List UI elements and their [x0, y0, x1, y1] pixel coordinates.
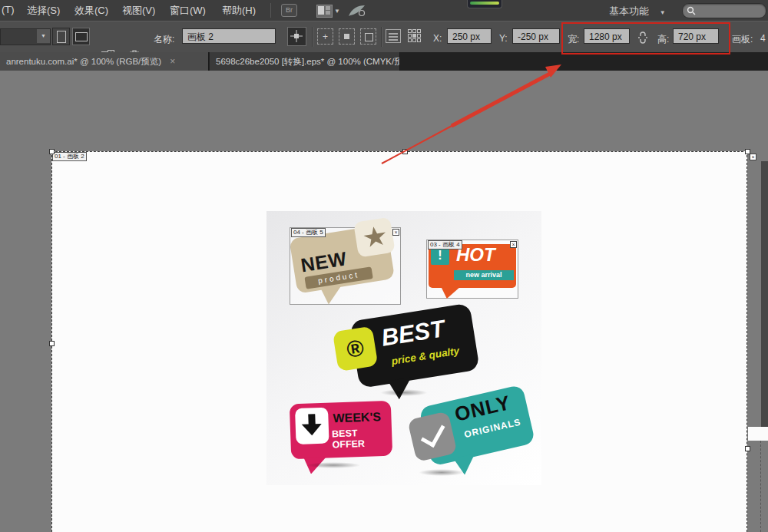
document-tab-bar: anrentuku.com.ai* @ 100% (RGB/预览) × 5698… [0, 52, 768, 71]
landscape-orientation-button[interactable] [72, 28, 90, 45]
artboard-height-input[interactable]: 720 px [673, 28, 719, 44]
artboard-name-tag[interactable]: 01 - 画板 2 [52, 152, 87, 161]
badge-hot: ! HOT new arrival [429, 244, 516, 288]
badge-title: WEEK'S [333, 410, 381, 425]
workspace-label: 基本功能 [609, 5, 649, 17]
menu-item-select[interactable]: 选择(S) [27, 4, 60, 18]
menu-item-window[interactable]: 窗口(W) [170, 4, 206, 18]
close-tab-icon[interactable]: × [170, 56, 175, 67]
document-tab-1-label: anrentuku.com.ai* @ 100% (RGB/预览) [6, 57, 161, 66]
artboard-option-add-button[interactable]: + [317, 28, 333, 45]
artboard-edge-dashed-line [760, 441, 762, 532]
feather-icon [347, 4, 366, 18]
artboard-handle-middle-left[interactable] [49, 341, 55, 346]
check-icon [421, 420, 445, 448]
x-label: X: [433, 33, 442, 44]
artboard-count-label: 画板: [732, 33, 753, 46]
search-icon [687, 6, 696, 15]
registered-mark-icon: ® [333, 326, 378, 372]
artboard-width-input[interactable]: 1280 px [584, 28, 630, 44]
badge-weeks-best-offer: WEEK'S BEST OFFER [290, 401, 392, 460]
artboard-options-icon[interactable] [386, 29, 401, 43]
document-tab-2[interactable]: 5698c26be2050 [转换].eps* @ 100% (CMYK/预览)… [210, 52, 400, 71]
badge-shadow [419, 469, 465, 476]
arrange-documents-caret-icon[interactable]: ▼ [334, 8, 340, 15]
sub-artboard-05-name-tag: 04 - 画板 5 [291, 228, 326, 237]
artboard-control-bar: ▼ + 名称: 画板 2 + [0, 21, 768, 54]
star-icon [362, 225, 388, 249]
artboard-option-center-button[interactable] [339, 28, 355, 45]
artboard-handle-top-right[interactable] [745, 149, 750, 154]
artboard-option-fit-button[interactable] [360, 28, 376, 45]
menu-item-help[interactable]: 帮助(H) [222, 4, 256, 18]
name-label: 名称: [154, 33, 174, 46]
artboard-preset-dropdown[interactable]: ▼ [0, 28, 51, 45]
sub-artboard-04-name-tag: 03 - 画板 4 [428, 240, 462, 249]
artboard-handle-middle-right[interactable] [745, 446, 750, 451]
workspace-switcher[interactable]: 基本功能 ▼ [609, 5, 666, 18]
y-position-input[interactable]: -250 px [512, 28, 560, 44]
move-artwork-with-artboard-toggle[interactable] [287, 27, 306, 46]
menu-item-type[interactable]: (T) [2, 4, 15, 15]
bridge-button[interactable]: Br [281, 4, 297, 17]
width-label: 宽: [568, 33, 579, 46]
constrain-proportions-broken-link-icon[interactable] [637, 31, 648, 45]
menu-bar: (T) 选择(S) 效果(C) 视图(V) 窗口(W) 帮助(H) Br ▼ 基… [0, 0, 768, 21]
badge-subtitle: new arrival [454, 270, 514, 280]
y-label: Y: [499, 33, 508, 44]
badge-shadow [306, 462, 361, 468]
artboard-handle-top-left[interactable] [49, 149, 55, 154]
artboard-name-input[interactable]: 画板 2 [182, 28, 276, 44]
separator [381, 27, 382, 47]
artboard-handle-top-center[interactable] [402, 149, 408, 154]
preset-caret-icon: ▼ [37, 29, 50, 43]
badge-subtitle: BEST OFFER [332, 427, 392, 451]
reference-point-grid[interactable] [408, 29, 421, 42]
menu-separator [270, 3, 271, 18]
search-input[interactable] [682, 3, 766, 18]
artboard-count-value: 4 [760, 33, 766, 44]
delete-artboard-icon[interactable]: × [510, 241, 517, 248]
separator [312, 27, 313, 47]
arrange-documents-icon[interactable] [316, 5, 333, 18]
adjacent-artboard-sliver [748, 427, 768, 441]
badge-shadow [380, 389, 428, 396]
menu-item-effect[interactable]: 效果(C) [74, 4, 108, 18]
vertical-scrollbar-thumb[interactable] [761, 161, 768, 427]
star-icon-tile [353, 217, 396, 258]
illustrator-window: (T) 选择(S) 效果(C) 视图(V) 窗口(W) 帮助(H) Br ▼ 基… [0, 0, 768, 532]
height-label: 高: [657, 33, 669, 46]
delete-artboard-icon[interactable]: × [750, 154, 756, 160]
delete-artboard-icon[interactable]: × [392, 229, 399, 236]
workspace-caret-icon: ▼ [660, 9, 666, 16]
x-position-input[interactable]: 250 px [447, 28, 492, 44]
arrow-icon-tile [295, 408, 329, 444]
document-tab-2-label: 5698c26be2050 [转换].eps* @ 100% (CMYK/预览) [216, 57, 400, 66]
menu-item-view[interactable]: 视图(V) [122, 4, 155, 18]
canvas-area: 01 - 画板 2 × 04 - 画板 5 × 03 - 画板 4 × NEW … [0, 71, 768, 532]
cs-live-button[interactable] [467, 0, 502, 8]
portrait-orientation-button[interactable] [52, 28, 70, 45]
document-tab-1[interactable]: anrentuku.com.ai* @ 100% (RGB/预览) × [0, 52, 209, 71]
